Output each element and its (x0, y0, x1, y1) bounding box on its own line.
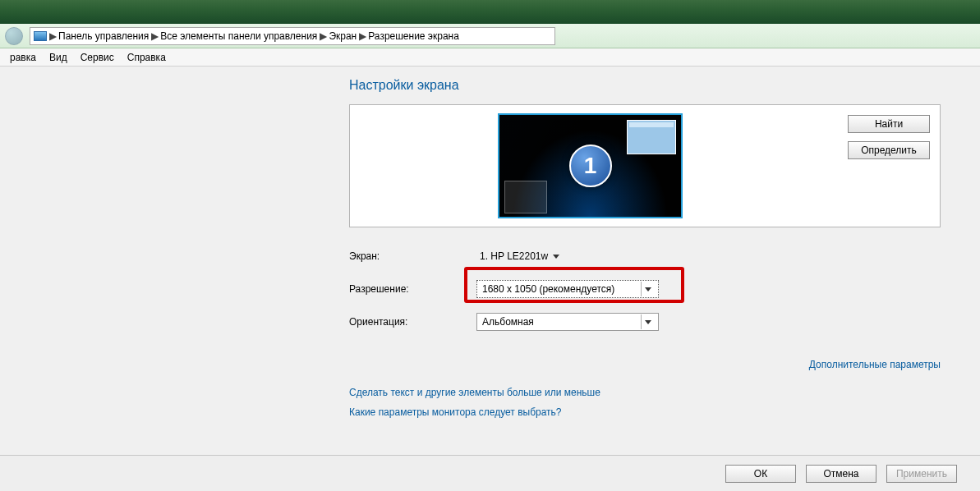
menu-item-service[interactable]: Сервис (74, 52, 121, 63)
orientation-value: Альбомная (482, 316, 534, 328)
ok-button[interactable]: ОК (725, 465, 796, 483)
gadget-icon (504, 181, 547, 213)
identify-button[interactable]: Определить (848, 141, 930, 159)
display-preview-box: 1 Найти Определить (349, 104, 941, 227)
label-orientation: Ориентация: (349, 316, 476, 328)
breadcrumb-item[interactable]: Экран (325, 30, 360, 42)
control-panel-icon (34, 31, 47, 41)
chevron-down-icon (641, 314, 655, 329)
display-value: 1. HP LE2201w (480, 250, 548, 262)
advanced-settings-link[interactable]: Дополнительные параметры (349, 359, 941, 370)
cancel-button[interactable]: Отмена (806, 465, 876, 483)
label-resolution: Разрешение: (349, 283, 476, 295)
apply-button[interactable]: Применить (886, 465, 957, 483)
display-dropdown[interactable]: 1. HP LE2201w (476, 249, 561, 264)
window-titlebar (0, 0, 980, 24)
menu-bar: равка Вид Сервис Справка (0, 48, 980, 67)
breadcrumb-item[interactable]: Все элементы панели управления (157, 30, 320, 42)
label-display: Экран: (349, 250, 476, 262)
menu-item-edit[interactable]: равка (3, 52, 43, 63)
main-content: Настройки экрана 1 Найти Определить Экра… (349, 78, 941, 418)
monitor-number-badge: 1 (569, 145, 612, 187)
monitor-preview[interactable]: 1 (498, 113, 683, 218)
breadcrumb-item[interactable]: Панель управления (55, 30, 152, 42)
chevron-down-icon (553, 255, 559, 259)
address-bar: ▶Панель управления ▶Все элементы панели … (0, 24, 980, 48)
resolution-dropdown[interactable]: 1680 x 1050 (рекомендуется) (476, 280, 659, 298)
breadcrumb-item[interactable]: Разрешение экрана (365, 30, 462, 42)
resolution-value: 1680 x 1050 (рекомендуется) (482, 283, 614, 295)
text-size-link[interactable]: Сделать текст и другие элементы больше и… (349, 387, 941, 398)
window-thumb-icon (627, 120, 676, 154)
chevron-down-icon (641, 282, 655, 296)
page-title: Настройки экрана (349, 78, 941, 93)
orientation-dropdown[interactable]: Альбомная (476, 313, 659, 331)
which-monitor-link[interactable]: Какие параметры монитора следует выбрать… (349, 406, 941, 418)
menu-item-help[interactable]: Справка (121, 52, 173, 63)
detect-button[interactable]: Найти (848, 115, 930, 133)
breadcrumb[interactable]: ▶Панель управления ▶Все элементы панели … (30, 27, 555, 45)
menu-item-view[interactable]: Вид (43, 52, 74, 63)
nav-back-button[interactable] (5, 27, 23, 45)
dialog-footer: ОК Отмена Применить (0, 455, 980, 491)
